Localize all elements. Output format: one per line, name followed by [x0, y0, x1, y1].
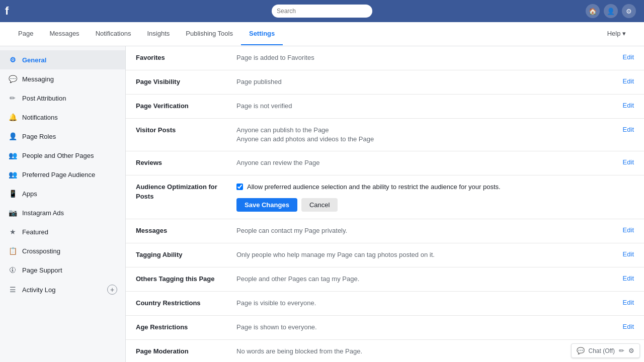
sidebar-label-page-roles: Page Roles: [22, 133, 56, 140]
sidebar-item-page-roles[interactable]: 👤 Page Roles: [0, 127, 125, 146]
settings-row-page-visibility: Page Visibility Page published Edit: [126, 70, 644, 95]
page-support-icon: 🛈: [8, 265, 17, 275]
sidebar-label-crossposting: Crossposting: [22, 247, 60, 255]
value-page-verification: Page is not verified: [236, 102, 609, 111]
edit-page-visibility[interactable]: Edit: [609, 77, 634, 85]
sidebar-item-apps[interactable]: 📱 Apps: [0, 184, 125, 203]
sidebar-item-post-attribution[interactable]: ✏ Post Attribution: [0, 88, 125, 108]
chat-widget[interactable]: 💬 Chat (Off) ✏ ⚙: [571, 343, 640, 358]
label-page-moderation: Page Moderation: [136, 347, 236, 355]
crossposting-icon: 📋: [8, 246, 17, 255]
settings-row-audience-optimization: Audience Optimization for Posts Allow pr…: [126, 175, 644, 219]
edit-tagging-ability[interactable]: Edit: [609, 250, 634, 258]
settings-row-reviews: Reviews Anyone can review the Page Edit: [126, 151, 644, 175]
nav-messages[interactable]: Messages: [41, 23, 87, 45]
value-page-visibility: Page published: [236, 77, 609, 86]
nav-settings[interactable]: Settings: [241, 23, 283, 45]
settings-row-favorites: Favorites Page is added to Favorites Edi…: [126, 46, 644, 70]
audience-checkbox-row: Allow preferred audience selection and t…: [236, 183, 634, 192]
sidebar-item-featured[interactable]: ★ Featured: [0, 222, 125, 241]
edit-favorites[interactable]: Edit: [609, 53, 634, 61]
value-tagging-ability: Only people who help manage my Page can …: [236, 250, 609, 259]
label-visitor-posts: Visitor Posts: [136, 126, 236, 134]
chat-settings-icon[interactable]: ✏: [619, 347, 624, 354]
topbar-nav-icons: 🏠 👤 ⚙: [586, 4, 636, 18]
sidebar-label-activity-log: Activity Log: [22, 286, 55, 294]
settings-row-visitor-posts: Visitor Posts Anyone can publish to the …: [126, 119, 644, 151]
sidebar-label-featured: Featured: [22, 228, 48, 236]
sidebar-item-preferred-page-audience[interactable]: 👥 Preferred Page Audience: [0, 165, 125, 184]
settings-table: Favorites Page is added to Favorites Edi…: [126, 46, 644, 362]
nav-insights[interactable]: Insights: [139, 23, 178, 45]
edit-reviews[interactable]: Edit: [609, 158, 634, 166]
sidebar-item-messaging[interactable]: 💬 Messaging: [0, 69, 125, 88]
settings-content: Favorites Page is added to Favorites Edi…: [126, 46, 644, 362]
nav-publishing-tools[interactable]: Publishing Tools: [178, 23, 241, 45]
edit-messages[interactable]: Edit: [609, 226, 634, 234]
value-page-moderation: No words are being blocked from the Page…: [236, 347, 609, 356]
settings-row-others-tagging: Others Tagging this Page People and othe…: [126, 267, 644, 292]
messaging-icon: 💬: [8, 74, 17, 83]
settings-row-age-restrictions: Age Restrictions Page is shown to everyo…: [126, 316, 644, 340]
settings-row-tagging-ability: Tagging Ability Only people who help man…: [126, 243, 644, 267]
sidebar-item-notifications[interactable]: 🔔 Notifications: [0, 108, 125, 127]
chat-gear-icon[interactable]: ⚙: [628, 347, 634, 354]
sidebar-item-activity-log[interactable]: ☰ Activity Log +: [0, 280, 125, 300]
value-visitor-posts: Anyone can publish to the PageAnyone can…: [236, 126, 609, 144]
cancel-button[interactable]: Cancel: [301, 198, 338, 212]
label-page-visibility: Page Visibility: [136, 77, 236, 85]
edit-age-restrictions[interactable]: Edit: [609, 323, 634, 330]
edit-others-tagging[interactable]: Edit: [609, 275, 634, 282]
home-icon[interactable]: 🏠: [586, 4, 600, 18]
value-messages: People can contact my Page privately.: [236, 226, 609, 235]
notifications-icon: 🔔: [8, 113, 17, 122]
nav-page[interactable]: Page: [10, 23, 41, 45]
nav-notifications[interactable]: Notifications: [88, 23, 139, 45]
activity-log-add-button[interactable]: +: [107, 285, 117, 295]
edit-page-verification[interactable]: Edit: [609, 102, 634, 109]
page-navigation: Page Messages Notifications Insights Pub…: [0, 22, 644, 46]
topbar-center: [272, 5, 372, 18]
sidebar-label-preferred-page-audience: Preferred Page Audience: [22, 171, 95, 178]
edit-visitor-posts[interactable]: Edit: [609, 126, 634, 133]
chat-label: Chat (Off): [589, 347, 615, 354]
label-country-restrictions: Country Restrictions: [136, 299, 236, 307]
page-roles-icon: 👤: [8, 132, 17, 141]
post-attribution-icon: ✏: [8, 94, 17, 103]
save-changes-button[interactable]: Save Changes: [236, 198, 297, 212]
settings-icon[interactable]: ⚙: [622, 4, 636, 18]
nav-help[interactable]: Help ▾: [599, 23, 634, 45]
sidebar-label-people-other-pages: People and Other Pages: [22, 152, 94, 159]
label-messages: Messages: [136, 226, 236, 234]
facebook-topbar: f 🏠 👤 ⚙: [0, 0, 644, 22]
value-favorites: Page is added to Favorites: [236, 53, 609, 62]
search-input[interactable]: [272, 5, 372, 18]
friends-icon[interactable]: 👤: [604, 4, 618, 18]
settings-row-messages: Messages People can contact my Page priv…: [126, 219, 644, 243]
general-icon: ⚙: [8, 55, 17, 64]
sidebar-item-instagram-ads[interactable]: 📷 Instagram Ads: [0, 203, 125, 222]
sidebar-label-instagram-ads: Instagram Ads: [22, 209, 64, 217]
sidebar-item-page-support[interactable]: 🛈 Page Support: [0, 260, 125, 280]
label-audience-optimization: Audience Optimization for Posts: [136, 183, 236, 201]
fb-logo: f: [5, 5, 9, 18]
label-age-restrictions: Age Restrictions: [136, 323, 236, 331]
settings-row-country-restrictions: Country Restrictions Page is visible to …: [126, 292, 644, 316]
label-reviews: Reviews: [136, 158, 236, 166]
sidebar-label-page-support: Page Support: [22, 266, 62, 274]
value-country-restrictions: Page is visible to everyone.: [236, 299, 609, 308]
activity-log-icon: ☰: [8, 285, 17, 294]
label-tagging-ability: Tagging Ability: [136, 250, 236, 258]
edit-country-restrictions[interactable]: Edit: [609, 299, 634, 306]
people-other-pages-icon: 👥: [8, 151, 17, 160]
settings-row-page-verification: Page Verification Page is not verified E…: [126, 95, 644, 119]
sidebar-item-people-other-pages[interactable]: 👥 People and Other Pages: [0, 146, 125, 165]
apps-icon: 📱: [8, 189, 17, 198]
instagram-ads-icon: 📷: [8, 208, 17, 217]
sidebar-item-crossposting[interactable]: 📋 Crossposting: [0, 241, 125, 260]
chat-icon: 💬: [577, 347, 585, 354]
audience-optimization-checkbox[interactable]: [236, 184, 243, 190]
sidebar-item-general[interactable]: ⚙ General: [0, 50, 125, 69]
audience-optimization-content: Allow preferred audience selection and t…: [236, 183, 634, 211]
value-age-restrictions: Page is shown to everyone.: [236, 323, 609, 332]
